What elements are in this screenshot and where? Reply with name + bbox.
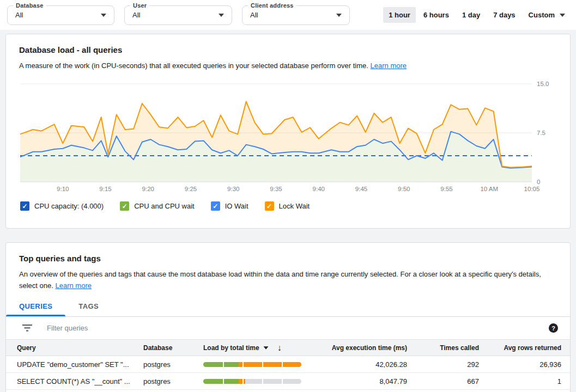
- legend-checkbox-checked-icon[interactable]: ✓: [265, 201, 274, 211]
- load-segment-gray: [245, 379, 301, 384]
- y-axis-label: 0: [537, 179, 540, 185]
- client-address-select-label: Client address: [248, 2, 296, 9]
- load-bar-divider: [242, 362, 244, 367]
- time-range-6-hours[interactable]: 6 hours: [418, 7, 454, 23]
- load-bar-divider: [223, 379, 224, 384]
- chevron-down-icon: [336, 14, 342, 17]
- time-range-7-days[interactable]: 7 days: [488, 7, 520, 23]
- legend-item-3[interactable]: ✓Lock Wait: [265, 201, 310, 211]
- user-select[interactable]: User All: [124, 5, 232, 25]
- times-called-cell: 292: [407, 360, 479, 369]
- x-axis-label: 9:40: [313, 186, 325, 192]
- time-range-1-hour[interactable]: 1 hour: [383, 7, 416, 23]
- avg-execution-time-cell: 8,047.79: [322, 377, 407, 385]
- time-range-1-day[interactable]: 1 day: [457, 7, 486, 23]
- y-axis-label: 7.5: [537, 130, 545, 136]
- legend-label: CPU and CPU wait: [134, 202, 195, 210]
- database-load-card: Database load - all queries A measure of…: [5, 34, 571, 229]
- x-axis-label: 9:55: [440, 186, 452, 192]
- user-select-label: User: [130, 2, 149, 9]
- sort-descending-icon[interactable]: ↓: [277, 343, 282, 353]
- load-segment-orange: [239, 362, 301, 367]
- x-axis-label: 9:50: [398, 186, 410, 192]
- queries-tags-tabs: QUERIESTAGS: [6, 296, 570, 317]
- client-address-select[interactable]: Client address All: [242, 5, 350, 25]
- query-filter-row: ?: [6, 317, 570, 340]
- database-select[interactable]: Database All: [7, 5, 114, 25]
- legend-label: Lock Wait: [279, 202, 310, 210]
- chart-legend: ✓CPU capacity: (4.000)✓CPU and CPU wait✓…: [19, 201, 557, 211]
- column-header-times-called[interactable]: Times called: [407, 344, 479, 352]
- column-header-avg-execution-time[interactable]: Avg execution time (ms): [322, 344, 407, 352]
- column-header-avg-rows-returned[interactable]: Avg rows returned: [479, 344, 561, 352]
- avg-execution-time-cell: 42,026.28: [322, 360, 407, 369]
- chevron-down-icon: [101, 14, 106, 17]
- client-address-select-value: All: [250, 11, 258, 19]
- learn-more-link[interactable]: Learn more: [371, 62, 407, 70]
- legend-label: CPU capacity: (4.000): [34, 202, 104, 210]
- time-range-custom[interactable]: Custom: [523, 7, 567, 23]
- queries-card-title: Top queries and tags: [19, 254, 557, 263]
- x-axis-label: 9:15: [99, 186, 111, 192]
- database-cell: postgres: [143, 360, 203, 369]
- tab-queries[interactable]: QUERIES: [6, 296, 65, 316]
- load-by-total-time-bar: [203, 379, 301, 384]
- custom-label: Custom: [529, 11, 555, 19]
- load-bar-cell: [203, 362, 322, 367]
- load-bar-divider: [282, 362, 283, 367]
- legend-label: IO Wait: [225, 202, 248, 210]
- query-cell: UPDATE "demo_customer" SET "...: [6, 360, 143, 369]
- legend-item-0[interactable]: ✓CPU capacity: (4.000): [20, 201, 104, 211]
- column-header-load-by-total-time[interactable]: Load by total time ↓: [203, 343, 322, 353]
- learn-more-link[interactable]: Learn more: [56, 281, 92, 290]
- database-select-label: Database: [13, 2, 46, 9]
- table-row[interactable]: UPDATE "demo_customer" SET "...postgres4…: [6, 356, 570, 373]
- help-icon[interactable]: ?: [549, 323, 558, 333]
- avg-rows-returned-cell: 1: [479, 377, 561, 385]
- top-queries-card: Top queries and tags An overview of the …: [5, 242, 571, 392]
- x-axis-label: 9:30: [227, 186, 239, 192]
- x-axis-label: 10:05: [524, 186, 540, 192]
- database-select-value: All: [15, 11, 23, 19]
- load-bar-divider: [223, 362, 224, 367]
- times-called-cell: 667: [407, 377, 479, 385]
- x-axis-label: 9:25: [185, 186, 197, 192]
- time-range-selector: 1 hour6 hours1 day7 daysCustom: [383, 7, 567, 23]
- query-cell: SELECT COUNT(*) AS "__count" ...: [6, 377, 143, 385]
- load-card-title: Database load - all queries: [19, 45, 557, 54]
- x-axis-label: 9:35: [270, 186, 282, 192]
- x-axis-label: 10 AM: [480, 186, 498, 192]
- y-axis-label: 15.0: [537, 81, 549, 87]
- database-load-chart[interactable]: 15.07.509:109:159:209:259:309:359:409:45…: [19, 78, 559, 195]
- load-segment-green: [203, 379, 239, 384]
- queries-table-header: Query Database Load by total time ↓ Avg …: [6, 340, 570, 356]
- load-bar-divider: [262, 379, 263, 384]
- load-bar-cell: [203, 379, 322, 384]
- x-axis-label: 9:10: [57, 186, 69, 192]
- tab-tags[interactable]: TAGS: [65, 296, 112, 316]
- filter-queries-input[interactable]: [46, 323, 549, 333]
- load-card-description: A measure of the work (in CPU-seconds) t…: [19, 60, 557, 71]
- load-bar-divider: [242, 379, 244, 384]
- avg-rows-returned-cell: 26,936: [479, 360, 561, 369]
- queries-card-description: An overview of the queries and tags that…: [19, 268, 557, 291]
- column-header-database[interactable]: Database: [143, 344, 203, 352]
- chevron-down-icon[interactable]: [263, 346, 268, 349]
- column-header-query[interactable]: Query: [6, 344, 143, 352]
- user-select-value: All: [132, 11, 140, 19]
- table-row[interactable]: SELECT COUNT(*) AS "__count" ...postgres…: [6, 373, 570, 390]
- load-bar-divider: [282, 379, 283, 384]
- legend-item-2[interactable]: ✓IO Wait: [211, 201, 248, 211]
- database-cell: postgres: [143, 377, 203, 385]
- chevron-down-icon: [560, 14, 565, 17]
- load-segment-green: [203, 362, 239, 367]
- load-bar-divider: [262, 362, 263, 367]
- legend-checkbox-checked-icon[interactable]: ✓: [211, 201, 220, 211]
- queries-table-body: UPDATE "demo_customer" SET "...postgres4…: [6, 356, 570, 390]
- chevron-down-icon: [219, 14, 224, 17]
- x-axis-label: 9:45: [355, 186, 367, 192]
- legend-checkbox-checked-icon[interactable]: ✓: [120, 201, 129, 211]
- legend-item-1[interactable]: ✓CPU and CPU wait: [120, 201, 195, 211]
- legend-checkbox-checked-icon[interactable]: ✓: [20, 201, 29, 211]
- load-by-total-time-bar: [203, 362, 301, 367]
